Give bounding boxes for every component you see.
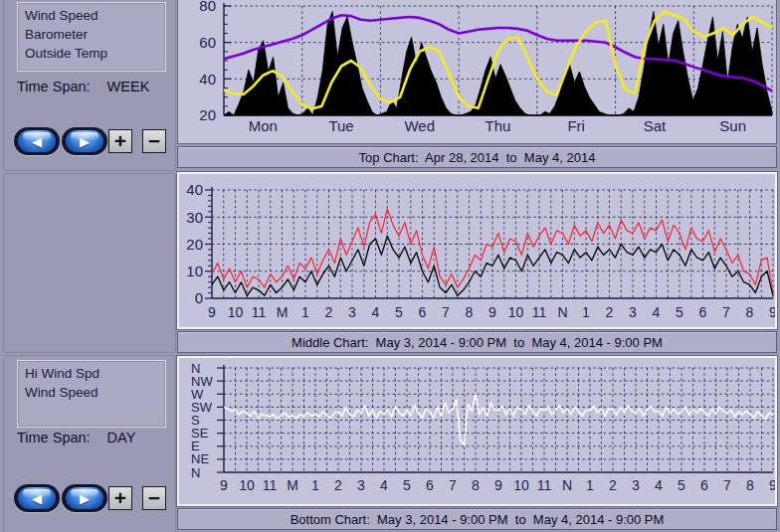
svg-text:7: 7 xyxy=(723,477,731,493)
back-arrow-icon: ◀ xyxy=(14,127,60,155)
svg-text:9: 9 xyxy=(769,304,775,320)
svg-text:3: 3 xyxy=(348,304,356,320)
svg-text:9: 9 xyxy=(494,477,502,493)
svg-text:10: 10 xyxy=(186,263,203,279)
middle-chart[interactable]: 01020304091011M1234567891011N123456789 xyxy=(177,172,777,329)
svg-text:Thu: Thu xyxy=(486,117,511,134)
svg-text:1: 1 xyxy=(586,477,594,493)
top-chart-buttons: ◀ ▶ + − xyxy=(4,127,181,157)
svg-text:30: 30 xyxy=(186,209,203,226)
top-time-span: Time Span:WEEK xyxy=(17,79,176,94)
svg-text:10: 10 xyxy=(239,477,255,493)
top-chart[interactable]: 20406080MonTueWedThuFriSatSun xyxy=(177,0,777,144)
svg-text:3: 3 xyxy=(632,477,640,493)
svg-text:6: 6 xyxy=(419,304,427,320)
svg-text:10: 10 xyxy=(228,304,244,320)
svg-text:2: 2 xyxy=(334,477,342,493)
svg-text:5: 5 xyxy=(676,304,683,320)
svg-text:0: 0 xyxy=(195,289,203,306)
svg-text:7: 7 xyxy=(722,304,730,320)
svg-text:M: M xyxy=(277,304,289,320)
svg-text:4: 4 xyxy=(372,304,380,320)
svg-text:9: 9 xyxy=(769,477,775,493)
bottom-chart[interactable]: NNWWSWSSEENEN91011M1234567891011N1234567… xyxy=(177,356,777,506)
top-chart-controls-group: Wind Speed Barometer Outside Temp Time S… xyxy=(3,0,176,171)
svg-text:6: 6 xyxy=(699,304,707,320)
top-series-listbox[interactable]: Wind Speed Barometer Outside Temp xyxy=(17,2,166,72)
middle-chart-range-text: Middle Chart: May 3, 2014 - 9:00 PM to M… xyxy=(292,335,663,350)
top-chart-plot: 20406080MonTueWedThuFriSatSun xyxy=(178,0,776,142)
top-zoom-in-button[interactable]: + xyxy=(108,129,132,153)
svg-text:60: 60 xyxy=(199,34,216,51)
svg-text:8: 8 xyxy=(746,477,754,493)
top-zoom-out-button[interactable]: − xyxy=(142,129,166,153)
svg-text:7: 7 xyxy=(442,304,450,320)
svg-text:11: 11 xyxy=(263,477,278,493)
svg-text:M: M xyxy=(287,477,298,493)
svg-text:3: 3 xyxy=(629,304,637,320)
top-chart-status-bar: Top Chart: Apr 28, 2014 to May 4, 2014 xyxy=(177,146,777,168)
list-item[interactable]: Wind Speed xyxy=(18,6,165,25)
bottom-chart-controls-group: Wind Direction Time Span:DAY ◀ ▶ + − xyxy=(3,355,176,532)
top-chart-range-text: Top Chart: Apr 28, 2014 to May 4, 2014 xyxy=(359,150,596,165)
svg-text:10: 10 xyxy=(513,477,529,493)
time-span-value: WEEK xyxy=(107,79,150,94)
svg-text:5: 5 xyxy=(395,304,403,320)
bottom-chart-plot: NNWWSWSSEENEN91011M1234567891011N1234567… xyxy=(179,358,775,504)
list-item[interactable]: Outside Temp xyxy=(18,44,165,63)
svg-text:20: 20 xyxy=(186,236,203,253)
top-back-button[interactable]: ◀ xyxy=(14,127,60,155)
svg-text:9: 9 xyxy=(220,477,228,493)
svg-text:4: 4 xyxy=(653,304,661,320)
svg-text:6: 6 xyxy=(700,477,708,493)
minus-icon: − xyxy=(148,130,160,151)
svg-text:2: 2 xyxy=(325,304,333,320)
time-span-label: Time Span: xyxy=(17,79,91,94)
svg-text:7: 7 xyxy=(449,477,457,493)
svg-text:Fri: Fri xyxy=(567,117,585,134)
middle-chart-status-bar: Middle Chart: May 3, 2014 - 9:00 PM to M… xyxy=(177,331,777,353)
svg-text:6: 6 xyxy=(426,477,434,493)
bottom-chart-range-text: Bottom Chart: May 3, 2014 - 9:00 PM to M… xyxy=(291,512,665,527)
svg-text:40: 40 xyxy=(199,71,216,88)
svg-text:8: 8 xyxy=(746,304,754,320)
svg-text:9: 9 xyxy=(488,304,496,320)
svg-text:N: N xyxy=(562,477,572,493)
svg-text:1: 1 xyxy=(301,304,309,320)
svg-text:Tue: Tue xyxy=(328,117,353,134)
svg-text:8: 8 xyxy=(472,477,480,493)
svg-text:2: 2 xyxy=(606,304,614,320)
svg-text:5: 5 xyxy=(678,477,685,493)
svg-text:N: N xyxy=(191,465,200,480)
svg-text:20: 20 xyxy=(199,106,216,123)
forward-arrow-icon: ▶ xyxy=(62,127,107,155)
svg-text:Sun: Sun xyxy=(719,117,746,134)
svg-text:1: 1 xyxy=(582,304,590,320)
weather-chart-window: Wind Speed Barometer Outside Temp Time S… xyxy=(0,0,780,532)
svg-text:11: 11 xyxy=(252,304,267,320)
svg-text:4: 4 xyxy=(655,477,663,493)
list-item[interactable]: Barometer xyxy=(18,25,165,44)
svg-text:9: 9 xyxy=(208,304,216,320)
svg-text:1: 1 xyxy=(311,477,319,493)
svg-text:4: 4 xyxy=(380,477,388,493)
svg-text:8: 8 xyxy=(466,304,474,320)
svg-text:40: 40 xyxy=(186,181,203,198)
svg-text:10: 10 xyxy=(508,304,524,320)
svg-text:11: 11 xyxy=(532,304,547,320)
bottom-chart-status-bar: Bottom Chart: May 3, 2014 - 9:00 PM to M… xyxy=(177,508,777,530)
svg-text:Mon: Mon xyxy=(249,117,278,134)
top-forward-button[interactable]: ▶ xyxy=(62,127,107,155)
svg-text:2: 2 xyxy=(609,477,617,493)
plus-icon: + xyxy=(114,130,126,151)
middle-chart-controls-group: Hi Wind Spd Wind Speed Time Span:DAY ◀ ▶… xyxy=(3,173,176,353)
svg-text:80: 80 xyxy=(199,0,216,14)
svg-text:Wed: Wed xyxy=(404,117,435,134)
svg-text:11: 11 xyxy=(537,477,552,493)
middle-chart-plot: 01020304091011M1234567891011N123456789 xyxy=(179,174,775,327)
svg-text:Sat: Sat xyxy=(644,117,667,134)
svg-text:N: N xyxy=(557,304,567,320)
svg-text:5: 5 xyxy=(403,477,411,493)
svg-text:3: 3 xyxy=(357,477,365,493)
